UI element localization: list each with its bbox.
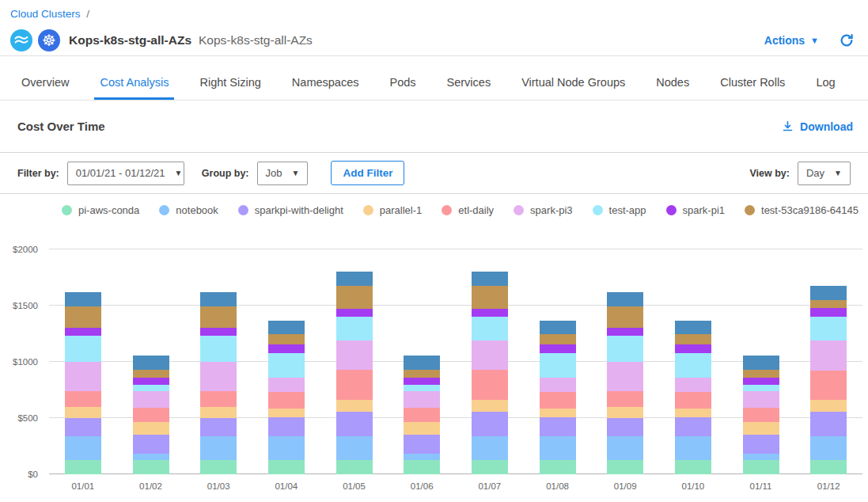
stacked-bar-01-08[interactable] <box>540 321 576 474</box>
bar-segment-etl-daily[interactable] <box>133 408 169 422</box>
bar-segment-test-53ca9186-64145[interactable] <box>472 286 508 309</box>
legend-item-sparkpi-with-delight[interactable]: sparkpi-with-delight <box>238 204 343 216</box>
bar-segment-test-pkix[interactable] <box>607 292 643 306</box>
bar-segment-sparkpi-with-delight[interactable] <box>675 417 711 437</box>
tab-log[interactable]: Log <box>815 68 836 100</box>
bar-segment-test-53ca9186-64145[interactable] <box>540 334 576 344</box>
bar-segment-etl-daily[interactable] <box>472 370 508 400</box>
bar-segment-spark-pi1[interactable] <box>200 328 237 336</box>
bar-segment-pi-aws-conda[interactable] <box>200 460 237 474</box>
bar-segment-test-pkix[interactable] <box>268 321 305 334</box>
bar-segment-test-app[interactable] <box>336 317 373 340</box>
bar-segment-test-app[interactable] <box>607 336 643 362</box>
bar-segment-etl-daily[interactable] <box>607 391 643 407</box>
bar-segment-pi-aws-conda[interactable] <box>472 460 508 474</box>
bar-segment-etl-daily[interactable] <box>268 392 305 409</box>
bar-segment-test-pkix[interactable] <box>133 356 169 370</box>
bar-segment-test-pkix[interactable] <box>675 321 711 334</box>
tab-right-sizing[interactable]: Right Sizing <box>199 68 261 100</box>
bar-segment-spark-pi3[interactable] <box>133 391 169 408</box>
bar-segment-parallel-1[interactable] <box>336 400 373 413</box>
stacked-bar-01-03[interactable] <box>200 292 237 474</box>
bar-segment-spark-pi3[interactable] <box>472 340 508 370</box>
bar-segment-sparkpi-with-delight[interactable] <box>133 435 169 454</box>
bar-segment-sparkpi-with-delight[interactable] <box>65 418 101 436</box>
bar-segment-etl-daily[interactable] <box>743 408 779 422</box>
bar-segment-sparkpi-with-delight[interactable] <box>743 435 779 454</box>
bar-segment-test-53ca9186-64145[interactable] <box>404 370 440 378</box>
bar-segment-test-pkix[interactable] <box>200 292 237 306</box>
date-range-select[interactable]: 01/01/21 - 01/12/21 ▼ <box>67 162 184 185</box>
stacked-bar-01-06[interactable] <box>404 356 440 474</box>
bar-segment-spark-pi1[interactable] <box>607 328 643 336</box>
stacked-bar-01-07[interactable] <box>472 272 508 474</box>
bar-segment-spark-pi1[interactable] <box>675 344 711 353</box>
bar-segment-test-pkix[interactable] <box>472 272 508 285</box>
bar-segment-notebook[interactable] <box>133 454 169 460</box>
stacked-bar-01-02[interactable] <box>133 356 169 474</box>
bar-segment-notebook[interactable] <box>404 454 440 460</box>
bar-segment-spark-pi3[interactable] <box>268 378 305 392</box>
bar-segment-spark-pi1[interactable] <box>65 328 101 336</box>
bar-segment-notebook[interactable] <box>743 454 779 460</box>
bar-segment-pi-aws-conda[interactable] <box>810 460 847 474</box>
tab-pods[interactable]: Pods <box>389 68 416 100</box>
tab-services[interactable]: Services <box>446 68 492 100</box>
bar-segment-notebook[interactable] <box>268 436 305 459</box>
bar-segment-spark-pi3[interactable] <box>675 378 711 392</box>
bar-segment-spark-pi3[interactable] <box>200 362 237 391</box>
bar-segment-test-pkix[interactable] <box>743 356 779 370</box>
bar-segment-spark-pi3[interactable] <box>607 362 643 391</box>
bar-segment-pi-aws-conda[interactable] <box>65 460 101 474</box>
bar-segment-test-app[interactable] <box>675 353 711 378</box>
bar-segment-test-pkix[interactable] <box>810 286 847 300</box>
bar-segment-pi-aws-conda[interactable] <box>675 460 711 474</box>
legend-item-etl-daily[interactable]: etl-daily <box>442 204 494 216</box>
bar-segment-pi-aws-conda[interactable] <box>743 460 779 474</box>
bar-segment-spark-pi1[interactable] <box>404 378 440 385</box>
tab-overview[interactable]: Overview <box>21 68 70 100</box>
legend-item-notebook[interactable]: notebook <box>159 204 218 216</box>
legend-item-spark-pi3[interactable]: spark-pi3 <box>514 204 572 216</box>
bar-segment-spark-pi1[interactable] <box>133 378 169 385</box>
bar-segment-sparkpi-with-delight[interactable] <box>336 412 373 436</box>
bar-segment-notebook[interactable] <box>472 436 508 459</box>
bar-segment-test-app[interactable] <box>472 317 508 340</box>
bar-segment-sparkpi-with-delight[interactable] <box>607 418 643 436</box>
bar-segment-pi-aws-conda[interactable] <box>336 460 373 474</box>
bar-segment-pi-aws-conda[interactable] <box>540 460 576 474</box>
bar-segment-spark-pi1[interactable] <box>540 344 576 353</box>
bar-segment-parallel-1[interactable] <box>404 422 440 435</box>
stacked-bar-01-01[interactable] <box>65 292 101 474</box>
actions-button[interactable]: Actions ▼ <box>764 34 819 47</box>
stacked-bar-01-11[interactable] <box>743 356 779 474</box>
bar-segment-spark-pi3[interactable] <box>336 340 373 370</box>
bar-segment-test-53ca9186-64145[interactable] <box>133 370 169 378</box>
bar-segment-etl-daily[interactable] <box>675 392 711 409</box>
bar-segment-parallel-1[interactable] <box>472 400 508 413</box>
stacked-bar-01-04[interactable] <box>268 321 305 474</box>
bar-segment-pi-aws-conda[interactable] <box>133 460 169 474</box>
bar-segment-notebook[interactable] <box>540 436 576 459</box>
bar-segment-etl-daily[interactable] <box>200 391 237 407</box>
bar-segment-spark-pi1[interactable] <box>268 344 305 353</box>
bar-segment-parallel-1[interactable] <box>65 407 101 418</box>
stacked-bar-01-09[interactable] <box>607 292 643 474</box>
bar-segment-test-app[interactable] <box>133 385 169 391</box>
bar-segment-etl-daily[interactable] <box>810 371 847 399</box>
stacked-bar-01-10[interactable] <box>675 321 711 474</box>
bar-segment-spark-pi1[interactable] <box>810 308 847 317</box>
bar-segment-spark-pi1[interactable] <box>743 378 779 385</box>
bar-segment-spark-pi3[interactable] <box>540 378 576 392</box>
bar-segment-sparkpi-with-delight[interactable] <box>200 418 237 436</box>
tab-namespaces[interactable]: Namespaces <box>291 68 360 100</box>
bar-segment-test-53ca9186-64145[interactable] <box>200 306 237 328</box>
bar-segment-etl-daily[interactable] <box>336 370 373 400</box>
bar-segment-sparkpi-with-delight[interactable] <box>268 417 305 437</box>
bar-segment-test-pkix[interactable] <box>336 272 373 285</box>
bar-segment-test-53ca9186-64145[interactable] <box>810 300 847 308</box>
bar-segment-spark-pi1[interactable] <box>336 309 373 318</box>
bar-segment-test-53ca9186-64145[interactable] <box>65 306 101 328</box>
bar-segment-pi-aws-conda[interactable] <box>607 460 643 474</box>
bar-segment-parallel-1[interactable] <box>540 409 576 417</box>
